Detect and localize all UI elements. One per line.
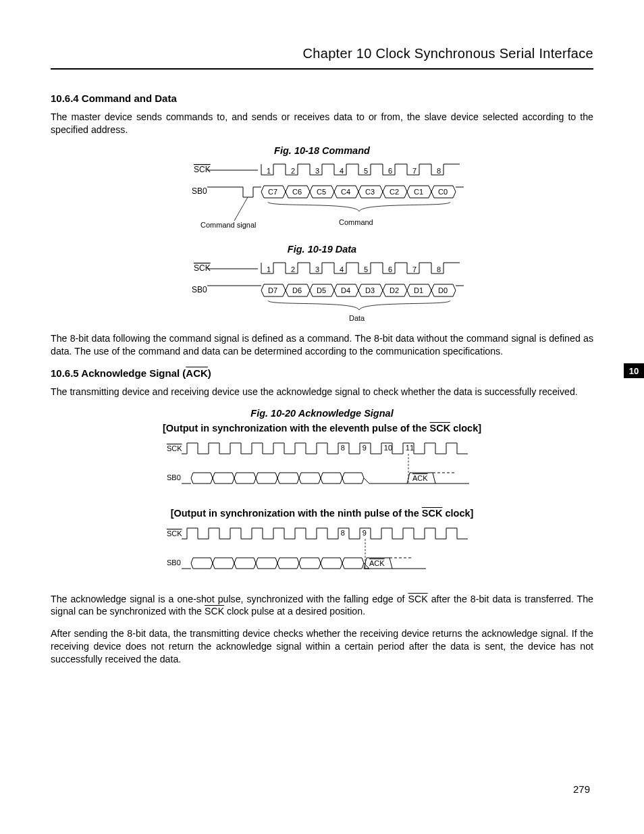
svg-text:C4: C4 bbox=[341, 188, 350, 196]
svg-text:9: 9 bbox=[363, 444, 367, 452]
fig-10-20-diagram-b: SCK 89 SB0 ACK bbox=[51, 523, 593, 583]
fig-10-19-caption: Fig. 10-19 Data bbox=[51, 244, 593, 255]
sck-label: SCK bbox=[194, 263, 211, 273]
fig-10-20-sub2: [Output in synchronization with the nint… bbox=[51, 508, 593, 519]
fig-10-18-caption: Fig. 10-18 Command bbox=[51, 145, 593, 156]
svg-text:C0: C0 bbox=[438, 188, 448, 196]
svg-text:7: 7 bbox=[412, 265, 417, 273]
header-rule bbox=[51, 68, 593, 70]
svg-text:6: 6 bbox=[388, 167, 392, 175]
svg-text:3: 3 bbox=[315, 265, 319, 273]
sck-label: SCK bbox=[194, 165, 211, 174]
fig-10-19-diagram: SCK 12345678 SB0 D7D6D5D4D3D2D1D0 Data bbox=[51, 259, 593, 323]
svg-text:8: 8 bbox=[341, 444, 345, 452]
fig-10-20-diagram-a: SCK 891011 SB0 ACK bbox=[51, 438, 593, 498]
svg-line-19 bbox=[234, 197, 248, 221]
sb0-label: SB0 bbox=[192, 285, 207, 294]
svg-text:C1: C1 bbox=[414, 188, 423, 196]
svg-text:ACK: ACK bbox=[412, 474, 428, 482]
section-heading-10-6-4: 10.6.4 Command and Data bbox=[51, 93, 593, 104]
para-10-6-5-1: The transmitting device and receiving de… bbox=[51, 386, 593, 398]
fig-10-20-caption: Fig. 10-20 Acknowledge Signal bbox=[51, 408, 593, 419]
svg-text:C3: C3 bbox=[365, 188, 375, 196]
svg-text:2: 2 bbox=[291, 265, 295, 273]
svg-text:8: 8 bbox=[437, 167, 441, 175]
svg-text:1: 1 bbox=[267, 167, 271, 175]
side-tab: 10 bbox=[624, 363, 644, 378]
svg-text:D6: D6 bbox=[292, 286, 302, 294]
fig-10-20-sub1: [Output in synchronization with the elev… bbox=[51, 423, 593, 434]
svg-text:C5: C5 bbox=[317, 188, 326, 196]
para-10-6-4-2: The 8-bit data following the command sig… bbox=[51, 332, 593, 357]
chapter-title: Chapter 10 Clock Synchronous Serial Inte… bbox=[51, 46, 593, 61]
svg-text:4: 4 bbox=[340, 265, 344, 273]
svg-text:8: 8 bbox=[437, 265, 441, 273]
sb0-label: SB0 bbox=[167, 558, 181, 567]
svg-text:11: 11 bbox=[406, 444, 414, 452]
sb0-label: SB0 bbox=[167, 473, 181, 481]
svg-text:C2: C2 bbox=[390, 188, 399, 196]
page-number: 279 bbox=[573, 783, 590, 795]
svg-text:2: 2 bbox=[291, 167, 295, 175]
para-10-6-5-2: The acknowledge signal is a one-shot pul… bbox=[51, 593, 593, 618]
svg-text:10: 10 bbox=[384, 444, 392, 452]
svg-text:D7: D7 bbox=[268, 286, 277, 294]
svg-text:7: 7 bbox=[412, 167, 417, 175]
svg-text:6: 6 bbox=[388, 265, 392, 273]
svg-text:C7: C7 bbox=[268, 188, 277, 196]
svg-text:3: 3 bbox=[315, 167, 319, 175]
svg-text:D2: D2 bbox=[390, 286, 399, 294]
svg-text:4: 4 bbox=[340, 167, 344, 175]
svg-text:D5: D5 bbox=[317, 286, 326, 294]
svg-text:D0: D0 bbox=[438, 286, 448, 294]
section-heading-10-6-5: 10.6.5 Acknowledge Signal (ACK) bbox=[51, 367, 593, 379]
svg-text:1: 1 bbox=[267, 265, 271, 273]
para-10-6-5-3: After sending the 8-bit data, the transm… bbox=[51, 627, 593, 665]
svg-text:D1: D1 bbox=[414, 286, 423, 294]
command-signal-label: Command signal bbox=[200, 221, 257, 229]
svg-text:D3: D3 bbox=[365, 286, 375, 294]
command-label: Command bbox=[339, 218, 373, 226]
svg-text:9: 9 bbox=[363, 529, 367, 537]
sck-label: SCK bbox=[167, 529, 182, 538]
data-label: Data bbox=[349, 314, 365, 322]
sb0-label: SB0 bbox=[192, 186, 207, 196]
fig-10-18-diagram: SCK 12345678 SB0 C7C6C5C4C3C2C1C0 Comman… bbox=[51, 160, 593, 234]
svg-text:5: 5 bbox=[364, 265, 368, 273]
sck-label: SCK bbox=[167, 444, 182, 452]
svg-text:C6: C6 bbox=[292, 188, 302, 196]
para-10-6-4-1: The master device sends commands to, and… bbox=[51, 111, 593, 136]
svg-text:D4: D4 bbox=[341, 286, 350, 294]
svg-text:5: 5 bbox=[364, 167, 368, 175]
svg-text:8: 8 bbox=[341, 529, 345, 537]
svg-text:ACK: ACK bbox=[369, 559, 385, 567]
